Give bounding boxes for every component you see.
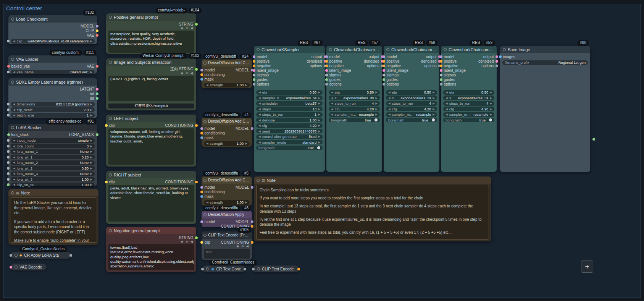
slot-dot[interactable] (251, 225, 253, 228)
slot-dot[interactable] (200, 186, 203, 189)
slot-dot[interactable] (440, 60, 442, 63)
slot-dot[interactable] (7, 178, 10, 181)
slot-dot[interactable] (7, 71, 10, 73)
slot-dot[interactable] (10, 266, 12, 269)
slot-dot[interactable] (7, 145, 10, 147)
widget-combo[interactable]: ◀sampler_moderesample▶ (386, 112, 437, 117)
slot-dot[interactable] (96, 34, 98, 37)
slot-dot[interactable] (200, 220, 203, 223)
node-header[interactable]: DenseDiffusion Apply (202, 211, 252, 218)
toggle-knob[interactable] (432, 118, 435, 121)
slot-dot[interactable] (96, 25, 98, 28)
prompt-textarea[interactable]: (SFW:1.2),(2girls:1.2), facing viewer (108, 76, 194, 101)
collapse-icon[interactable] (203, 234, 207, 237)
slot-dot[interactable] (383, 60, 385, 63)
slot-dot[interactable] (195, 23, 198, 26)
collapse-arrow-icon[interactable]: ◀ (190, 240, 193, 243)
widget-combo[interactable]: ◀batch_size1▶ (11, 113, 95, 118)
slot-dot[interactable] (251, 186, 253, 189)
slot-dot[interactable] (499, 55, 502, 58)
prompt-textarea[interactable]: masterpiece, best quality, very aestheti… (108, 31, 194, 53)
node-subjects-interaction[interactable]: Image and Subjects interaction 正向 STRING… (106, 58, 196, 110)
collapse-icon[interactable] (257, 179, 260, 182)
slot-dot[interactable] (440, 55, 442, 58)
collapse-icon[interactable] (257, 267, 260, 270)
widget-combo[interactable]: ◀lora_count3▶ (11, 144, 95, 148)
slot-dot[interactable] (325, 78, 328, 81)
widget-combo[interactable]: ◀clip_scale2.0▶ (11, 107, 95, 112)
widget-combo[interactable]: ◀eta0.50▶ (386, 90, 437, 95)
slot-dot[interactable] (96, 29, 98, 32)
slot-dot[interactable] (383, 78, 385, 81)
node-clownshark-chainsampler-58[interactable]: ClownsharkChainsampler modeloutputpositi… (384, 46, 439, 172)
add-icon[interactable]: ⊕ (186, 71, 188, 75)
slot-dot[interactable] (440, 74, 442, 76)
slot-dot[interactable] (325, 83, 328, 86)
slot-dot[interactable] (325, 55, 328, 58)
node-header[interactable]: ClownsharKSampler (254, 46, 325, 53)
slot-dot[interactable] (96, 97, 98, 100)
node-densediffusion-apply[interactable]: DenseDiffusion Apply modelMODELCONDITION… (202, 211, 252, 227)
node-header[interactable]: Image and Subjects interaction (106, 58, 196, 66)
widget-combo[interactable]: ◀steps_to_run4▶ (443, 101, 494, 106)
slot-dot[interactable] (383, 69, 385, 72)
slot-dot[interactable] (200, 73, 203, 76)
node-header[interactable]: Save Image (500, 46, 590, 53)
slot-dot[interactable] (7, 133, 10, 136)
node-vae-loader[interactable]: VAE Loader baked_vaeVAE ◀vae_nameBaked V… (8, 55, 97, 74)
slot-dot[interactable] (253, 78, 255, 81)
group-title[interactable]: Control center (6, 5, 42, 11)
slot-dot[interactable] (325, 65, 328, 67)
slot-dot[interactable] (496, 65, 498, 67)
slot-dot[interactable] (383, 74, 385, 76)
collapse-icon[interactable] (11, 58, 14, 61)
slot-dot[interactable] (253, 83, 255, 86)
widget-toggle[interactable]: bongmathtrue (329, 118, 380, 122)
widget-combo[interactable]: ◀sampler_nameexponential/res_3s▶ (386, 95, 437, 100)
widget-combo[interactable]: ◀steps_to_run4▶ (329, 101, 380, 106)
slot-dot[interactable] (253, 60, 255, 63)
collapse-icon[interactable] (203, 61, 207, 65)
node-header[interactable]: Load Checkpoint (8, 15, 97, 23)
slot-dot[interactable] (253, 55, 255, 58)
node-header[interactable]: ▤ Note (254, 176, 491, 184)
slot-dot[interactable] (440, 83, 442, 86)
widget-combo[interactable]: ◀schedulerbeta57▶ (256, 101, 323, 106)
slot-dot[interactable] (200, 195, 203, 198)
slot-dot[interactable] (96, 65, 98, 68)
slot-dot[interactable] (7, 40, 10, 42)
node-cr-text-concatenate[interactable]: ▣ CR Text Concatena (202, 265, 245, 272)
slot-dot[interactable] (200, 69, 203, 71)
toggle-knob[interactable] (374, 118, 378, 121)
widget-combo[interactable]: ◀strength1.00▶ (204, 83, 250, 87)
node-header[interactable]: DenseDiffusion Add Cond (202, 59, 252, 66)
node-header[interactable]: RIGHT subject (106, 171, 196, 178)
slot-dot[interactable] (253, 65, 255, 67)
prompt-textarea[interactable]: lowres,(bad),bad feet,text,error,fewer,e… (108, 244, 194, 270)
node-header[interactable]: LEFT subject (106, 115, 196, 122)
slot-dot[interactable] (325, 60, 328, 63)
slot-dot[interactable] (10, 254, 12, 257)
slot-dot[interactable] (7, 161, 10, 164)
slot-dot[interactable] (496, 55, 498, 58)
widget-combo[interactable]: ◀sampler_nameexponential/res_5s▶ (256, 95, 323, 100)
slot-dot[interactable] (200, 241, 203, 244)
node-left-subject[interactable]: LEFT subject clipCONDITIONING voluptuous… (106, 115, 196, 167)
widget-combo[interactable]: ◀cfg4.20▶ (443, 107, 494, 111)
slot-dot[interactable] (383, 83, 385, 86)
node-sdxl-empty-latent[interactable]: SDXL Empty Latent Image (rgthree) LATENT… (8, 78, 97, 118)
collapse-icon[interactable] (257, 48, 260, 51)
collapse-arrow-icon[interactable]: ◀ (190, 71, 193, 75)
pin-icon[interactable]: ◉ (181, 71, 183, 75)
node-load-checkpoint[interactable]: Load Checkpoint MODELCLIPVAE ◀ckpt_namew… (8, 15, 97, 44)
widget-combo[interactable]: ◀lora_wt_10.20▶ (11, 155, 95, 159)
node-note-lora[interactable]: ▤ Note On the LoRA Stacker you can add l… (8, 189, 98, 245)
collapse-icon[interactable] (11, 191, 14, 194)
slot-dot[interactable] (195, 181, 198, 183)
widget-combo[interactable]: ◀input_modesimple▶ (11, 138, 95, 143)
prompt-textarea[interactable]: petite, adult, black hair, shy, worried,… (108, 185, 194, 222)
widget-combo[interactable]: ◀ckpt_namewaiNSFWIllustrious_v140.safete… (11, 39, 95, 44)
collapse-icon[interactable] (206, 267, 209, 270)
node-header[interactable]: LoRA Stacker (8, 124, 97, 131)
slot-dot[interactable] (7, 139, 10, 142)
